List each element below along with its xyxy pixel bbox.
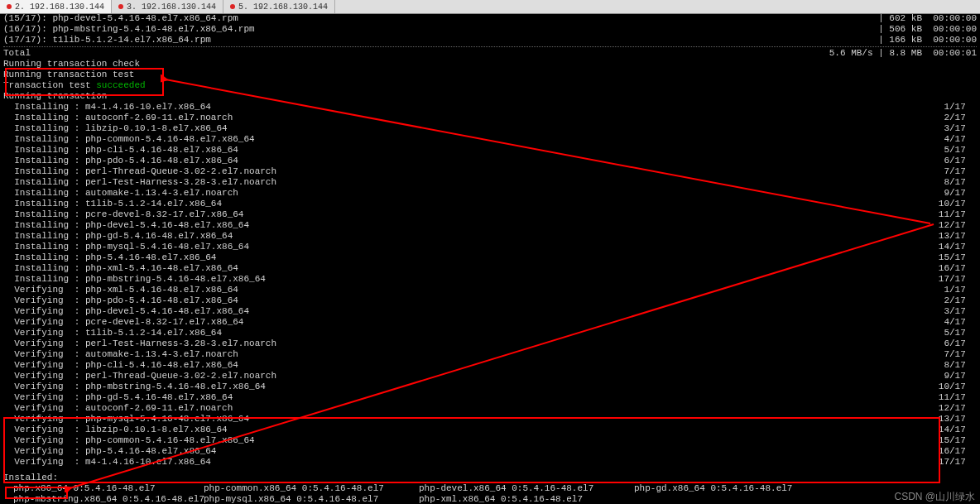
terminal-window: 2. 192.168.130.144 3. 192.168.130.144 5.… [0,0,980,504]
close-icon[interactable] [230,4,235,9]
close-icon[interactable] [7,4,12,9]
tab-1[interactable]: 2. 192.168.130.144 [0,0,112,13]
watermark: CSDN @山川绿水 [894,492,975,502]
tab-2[interactable]: 3. 192.168.130.144 [112,0,223,13]
tab-label: 5. 192.168.130.144 [238,2,328,12]
terminal-output[interactable]: (15/17): php-devel-5.4.16-48.el7.x86_64.… [3,13,977,504]
tab-3[interactable]: 5. 192.168.130.144 [223,0,335,13]
close-icon[interactable] [118,4,123,9]
tab-bar: 2. 192.168.130.144 3. 192.168.130.144 5.… [0,0,980,14]
tab-label: 3. 192.168.130.144 [127,2,216,12]
tab-label: 2. 192.168.130.144 [15,2,104,12]
